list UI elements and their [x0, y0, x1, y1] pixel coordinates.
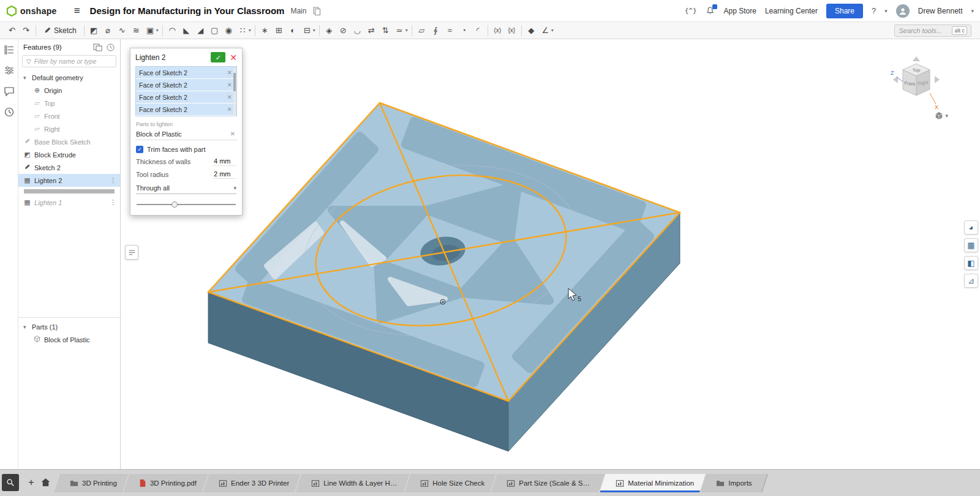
confirm-button[interactable]: ✓: [211, 52, 225, 62]
tab-material-minimization[interactable]: Material Minimization: [602, 474, 707, 492]
measure-panel-icon[interactable]: ⊿: [964, 274, 978, 288]
section-view-icon[interactable]: ◧: [964, 256, 978, 270]
end-condition-dropdown[interactable]: Through all ▾: [136, 184, 236, 194]
variable-studio-icon[interactable]: {x}: [505, 23, 519, 39]
circular-pattern-icon[interactable]: ∗: [258, 23, 272, 39]
undo-icon[interactable]: ↶: [5, 23, 19, 39]
tree-item-lighten-2[interactable]: ▦ Lighten 2 ⋮: [18, 174, 120, 187]
sweep-icon[interactable]: ∿: [115, 23, 129, 39]
tree-item-sketch-2[interactable]: Sketch 2: [18, 161, 120, 174]
transform-icon[interactable]: ◈: [322, 23, 336, 39]
hamburger-menu-icon[interactable]: ≡: [74, 5, 80, 17]
onshape-logo[interactable]: onshape: [6, 6, 57, 17]
dropdown-caret-icon[interactable]: ▾: [249, 28, 251, 33]
appearance-panel-icon[interactable]: ◕: [964, 220, 978, 235]
remove-selection-icon[interactable]: ✕: [226, 81, 233, 88]
user-menu-caret-icon[interactable]: ▾: [971, 8, 974, 14]
draft-icon[interactable]: ◢: [194, 23, 208, 39]
tree-item-default-geometry[interactable]: ▾ Default geometry: [18, 71, 120, 84]
tree-caret-icon[interactable]: ▾: [23, 75, 29, 81]
dropdown-caret-icon[interactable]: ▾: [156, 28, 159, 33]
3d-model[interactable]: 5: [121, 39, 980, 469]
history-icon[interactable]: [4, 107, 15, 118]
tab-3d-printing-folder[interactable]: 3D Printing: [56, 474, 130, 492]
tree-item-block-extrude[interactable]: ◩ Block Extrude: [18, 148, 120, 161]
part-item-block-of-plastic[interactable]: Block of Plastic: [18, 333, 120, 346]
graphics-viewport[interactable]: 5 Top Front Right Z X ▾ ◕ ▦ ◧ ⊿: [121, 39, 980, 469]
move-face-icon[interactable]: ⇄: [364, 23, 379, 39]
display-options-icon[interactable]: ▦: [964, 238, 978, 252]
search-tools-box[interactable]: alt c: [894, 24, 971, 37]
tree-item-origin[interactable]: ⊕ Origin: [18, 84, 120, 97]
rotate-right-arrow-icon[interactable]: [935, 76, 940, 83]
replace-face-icon[interactable]: ⇅: [379, 23, 393, 39]
sketch-button[interactable]: Sketch: [39, 26, 81, 35]
split-icon[interactable]: ⊟: [300, 23, 314, 39]
modify-fillet-icon[interactable]: ◡: [350, 23, 364, 39]
tab-ender-3-3d-printer[interactable]: Ender 3 3D Printer: [205, 474, 303, 492]
help-icon[interactable]: ?: [872, 6, 876, 15]
share-button[interactable]: Share: [826, 4, 863, 18]
feature-handle-icon[interactable]: ⋮: [110, 176, 116, 184]
part-selection-row[interactable]: Block of Plastic ✕: [135, 128, 237, 140]
tool-radius-input[interactable]: 2 mm: [213, 170, 236, 179]
assign-material-icon[interactable]: ◆: [524, 23, 538, 39]
rotate-up-arrow-icon[interactable]: [913, 56, 920, 61]
parts-header[interactable]: ▾ Parts (1): [18, 320, 120, 333]
tab-3d-printing-pdf[interactable]: 3D Printing.pdf: [126, 474, 210, 492]
rotate-left-arrow-icon[interactable]: [893, 76, 898, 83]
measure-icon[interactable]: ∠: [538, 23, 552, 39]
filter-input[interactable]: [34, 58, 102, 65]
search-tools-input[interactable]: [899, 27, 949, 34]
tree-item-front-plane[interactable]: ▱ Front: [18, 110, 120, 122]
tree-item-lighten-1[interactable]: ▦ Lighten 1 ⋮: [18, 196, 120, 209]
feature-list-flyout-button[interactable]: [125, 245, 138, 260]
thicken-icon[interactable]: ▣: [143, 23, 157, 39]
dropdown-caret-icon[interactable]: ▾: [313, 28, 315, 33]
checkbox-checked-icon[interactable]: ✓: [136, 146, 143, 153]
offset-surface-icon[interactable]: ≃: [393, 23, 407, 39]
feature-list-icon[interactable]: [4, 44, 15, 55]
delete-part-icon[interactable]: ⊘: [336, 23, 350, 39]
rollback-history-icon[interactable]: [106, 43, 115, 52]
plane-icon[interactable]: ▱: [415, 23, 429, 39]
selection-row[interactable]: Face of Sketch 2 ✕: [136, 67, 236, 79]
learning-center-link[interactable]: Learning Center: [765, 7, 818, 15]
notifications-bell-icon[interactable]: [706, 6, 715, 16]
slider-handle[interactable]: [172, 201, 178, 208]
tab-line-width-layer-height[interactable]: Line Width & Layer Hei...: [298, 474, 412, 492]
app-store-link[interactable]: App Store: [724, 7, 756, 15]
filter-box[interactable]: ▽: [22, 55, 116, 67]
tab-part-size-scale-split[interactable]: Part Size (Scale & Split): [493, 474, 607, 492]
loft-icon[interactable]: ≋: [129, 23, 143, 39]
remove-selection-icon[interactable]: ✕: [229, 130, 236, 137]
chamfer-icon[interactable]: ◣: [179, 23, 194, 39]
selection-row[interactable]: Face of Sketch 2 ✕: [136, 79, 236, 91]
search-tabs-button[interactable]: [2, 474, 19, 491]
selection-scrollbar[interactable]: [233, 68, 236, 115]
tab-hole-size-check[interactable]: Hole Size Check: [407, 474, 498, 492]
tree-caret-icon[interactable]: ▾: [23, 324, 29, 330]
remove-selection-icon[interactable]: ✕: [226, 69, 233, 76]
rollback-bar[interactable]: [24, 189, 115, 194]
featurescript-icon[interactable]: {^}: [685, 7, 697, 15]
bridging-curve-icon[interactable]: ◜: [471, 23, 485, 39]
new-tab-button[interactable]: +: [24, 475, 38, 490]
remove-selection-icon[interactable]: ✕: [226, 106, 233, 113]
rollback-slider[interactable]: [137, 204, 236, 205]
thickness-input[interactable]: 4 mm: [213, 157, 236, 166]
tab-imports-folder[interactable]: Imports: [703, 474, 765, 492]
boolean-icon[interactable]: ◐: [286, 23, 300, 39]
extrude-icon[interactable]: ◩: [87, 23, 101, 39]
fillet-icon[interactable]: ◠: [165, 23, 179, 39]
trim-faces-option[interactable]: ✓ Trim faces with part: [136, 146, 236, 153]
project-curve-icon[interactable]: ◔: [457, 23, 471, 39]
selection-row[interactable]: Face of Sketch 2 ✕: [136, 103, 236, 116]
shell-icon[interactable]: ▢: [208, 23, 222, 39]
hole-icon[interactable]: ◉: [222, 23, 236, 39]
panel-layout-icon[interactable]: [93, 43, 102, 52]
dropdown-caret-icon[interactable]: ▾: [405, 28, 408, 33]
mirror-icon[interactable]: ⊞: [272, 23, 286, 39]
configurations-icon[interactable]: [4, 65, 15, 76]
feature-handle-icon[interactable]: ⋮: [110, 198, 116, 206]
